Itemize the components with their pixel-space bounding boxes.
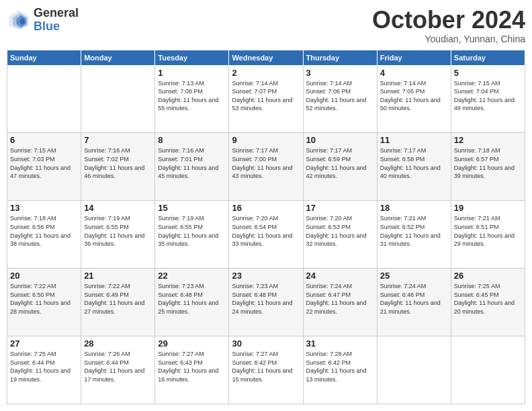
calendar-cell: 21Sunrise: 7:22 AM Sunset: 6:49 PM Dayli…: [81, 269, 155, 336]
cell-content: Sunrise: 7:15 AM Sunset: 7:04 PM Dayligh…: [454, 79, 522, 113]
calendar-cell: 24Sunrise: 7:24 AM Sunset: 6:47 PM Dayli…: [303, 269, 377, 336]
day-number: 31: [306, 338, 374, 349]
weekday-header-tuesday: Tuesday: [155, 50, 229, 65]
cell-content: Sunrise: 7:24 AM Sunset: 6:46 PM Dayligh…: [380, 282, 448, 316]
cell-content: Sunrise: 7:28 AM Sunset: 6:42 PM Dayligh…: [306, 350, 374, 383]
calendar-cell: [81, 65, 155, 133]
cell-content: Sunrise: 7:24 AM Sunset: 6:47 PM Dayligh…: [306, 282, 374, 316]
cell-content: Sunrise: 7:13 AM Sunset: 7:08 PM Dayligh…: [158, 79, 226, 113]
calendar-cell: 18Sunrise: 7:21 AM Sunset: 6:52 PM Dayli…: [377, 201, 451, 269]
weekday-header-wednesday: Wednesday: [229, 50, 303, 65]
day-number: 23: [232, 271, 300, 281]
calendar-cell: 4Sunrise: 7:14 AM Sunset: 7:05 PM Daylig…: [377, 65, 451, 133]
day-number: 16: [232, 203, 300, 213]
day-number: 27: [10, 338, 78, 349]
week-row-3: 20Sunrise: 7:22 AM Sunset: 6:50 PM Dayli…: [7, 269, 525, 336]
day-number: 25: [380, 271, 448, 281]
day-number: 21: [84, 271, 152, 281]
calendar-cell: 6Sunrise: 7:15 AM Sunset: 7:03 PM Daylig…: [7, 133, 81, 201]
month-title: October 2024: [372, 7, 525, 34]
logo-text: General Blue: [34, 7, 79, 34]
day-number: 1: [158, 68, 226, 78]
calendar-cell: 15Sunrise: 7:19 AM Sunset: 6:55 PM Dayli…: [155, 201, 229, 269]
day-number: 8: [158, 135, 226, 145]
calendar-cell: 14Sunrise: 7:19 AM Sunset: 6:55 PM Dayli…: [81, 201, 155, 269]
day-number: 17: [306, 203, 374, 213]
day-number: 5: [454, 68, 522, 78]
cell-content: Sunrise: 7:20 AM Sunset: 6:53 PM Dayligh…: [306, 214, 374, 248]
cell-content: Sunrise: 7:25 AM Sunset: 6:44 PM Dayligh…: [10, 350, 78, 383]
day-number: 14: [84, 203, 152, 213]
cell-content: Sunrise: 7:17 AM Sunset: 6:59 PM Dayligh…: [306, 146, 374, 180]
day-number: 6: [10, 135, 78, 145]
day-number: 30: [232, 338, 300, 349]
calendar-cell: 8Sunrise: 7:16 AM Sunset: 7:01 PM Daylig…: [155, 133, 229, 201]
calendar-cell: 28Sunrise: 7:26 AM Sunset: 6:44 PM Dayli…: [81, 336, 155, 404]
calendar-cell: 10Sunrise: 7:17 AM Sunset: 6:59 PM Dayli…: [303, 133, 377, 201]
weekday-header-friday: Friday: [377, 50, 451, 65]
day-number: 20: [10, 271, 78, 281]
calendar-cell: [451, 336, 525, 404]
day-number: 28: [84, 338, 152, 349]
location: Youdian, Yunnan, China: [372, 34, 525, 44]
cell-content: Sunrise: 7:19 AM Sunset: 6:55 PM Dayligh…: [158, 214, 226, 248]
day-number: 3: [306, 68, 374, 78]
calendar-cell: [377, 336, 451, 404]
day-number: 24: [306, 271, 374, 281]
day-number: 13: [10, 203, 78, 213]
cell-content: Sunrise: 7:22 AM Sunset: 6:50 PM Dayligh…: [10, 282, 78, 316]
calendar-cell: 3Sunrise: 7:14 AM Sunset: 7:06 PM Daylig…: [303, 65, 377, 133]
calendar-cell: 22Sunrise: 7:23 AM Sunset: 6:48 PM Dayli…: [155, 269, 229, 336]
logo-general-text: General: [34, 7, 79, 20]
calendar-cell: 13Sunrise: 7:18 AM Sunset: 6:56 PM Dayli…: [7, 201, 81, 269]
day-number: 2: [232, 68, 300, 78]
calendar-cell: 17Sunrise: 7:20 AM Sunset: 6:53 PM Dayli…: [303, 201, 377, 269]
day-number: 15: [158, 203, 226, 213]
cell-content: Sunrise: 7:17 AM Sunset: 6:58 PM Dayligh…: [380, 146, 448, 180]
weekday-header-thursday: Thursday: [303, 50, 377, 65]
cell-content: Sunrise: 7:23 AM Sunset: 6:48 PM Dayligh…: [158, 282, 226, 316]
calendar-cell: 9Sunrise: 7:17 AM Sunset: 7:00 PM Daylig…: [229, 133, 303, 201]
cell-content: Sunrise: 7:17 AM Sunset: 7:00 PM Dayligh…: [232, 146, 300, 180]
title-block: October 2024 Youdian, Yunnan, China: [372, 7, 525, 44]
day-number: 4: [380, 68, 448, 78]
calendar-cell: 31Sunrise: 7:28 AM Sunset: 6:42 PM Dayli…: [303, 336, 377, 404]
cell-content: Sunrise: 7:21 AM Sunset: 6:51 PM Dayligh…: [454, 214, 522, 248]
cell-content: Sunrise: 7:27 AM Sunset: 6:43 PM Dayligh…: [158, 350, 226, 383]
cell-content: Sunrise: 7:22 AM Sunset: 6:49 PM Dayligh…: [84, 282, 152, 316]
logo: General Blue: [7, 7, 79, 34]
cell-content: Sunrise: 7:16 AM Sunset: 7:02 PM Dayligh…: [84, 146, 152, 180]
calendar-cell: 27Sunrise: 7:25 AM Sunset: 6:44 PM Dayli…: [7, 336, 81, 404]
cell-content: Sunrise: 7:27 AM Sunset: 6:42 PM Dayligh…: [232, 350, 300, 383]
day-number: 18: [380, 203, 448, 213]
calendar-table: SundayMondayTuesdayWednesdayThursdayFrid…: [7, 50, 525, 404]
header: General Blue October 2024 Youdian, Yunna…: [7, 7, 525, 44]
cell-content: Sunrise: 7:25 AM Sunset: 6:45 PM Dayligh…: [454, 282, 522, 316]
calendar-cell: 11Sunrise: 7:17 AM Sunset: 6:58 PM Dayli…: [377, 133, 451, 201]
day-number: 11: [380, 135, 448, 145]
calendar-cell: 12Sunrise: 7:18 AM Sunset: 6:57 PM Dayli…: [451, 133, 525, 201]
calendar-cell: 1Sunrise: 7:13 AM Sunset: 7:08 PM Daylig…: [155, 65, 229, 133]
cell-content: Sunrise: 7:18 AM Sunset: 6:57 PM Dayligh…: [454, 146, 522, 180]
day-number: 19: [454, 203, 522, 213]
week-row-2: 13Sunrise: 7:18 AM Sunset: 6:56 PM Dayli…: [7, 201, 525, 269]
logo-blue-text: Blue: [34, 20, 79, 34]
week-row-4: 27Sunrise: 7:25 AM Sunset: 6:44 PM Dayli…: [7, 336, 525, 404]
calendar-cell: [7, 65, 81, 133]
cell-content: Sunrise: 7:23 AM Sunset: 6:48 PM Dayligh…: [232, 282, 300, 316]
day-number: 10: [306, 135, 374, 145]
cell-content: Sunrise: 7:14 AM Sunset: 7:06 PM Dayligh…: [306, 79, 374, 113]
cell-content: Sunrise: 7:19 AM Sunset: 6:55 PM Dayligh…: [84, 214, 152, 248]
cell-content: Sunrise: 7:20 AM Sunset: 6:54 PM Dayligh…: [232, 214, 300, 248]
cell-content: Sunrise: 7:14 AM Sunset: 7:05 PM Dayligh…: [380, 79, 448, 113]
calendar-cell: 23Sunrise: 7:23 AM Sunset: 6:48 PM Dayli…: [229, 269, 303, 336]
calendar-cell: 20Sunrise: 7:22 AM Sunset: 6:50 PM Dayli…: [7, 269, 81, 336]
day-number: 22: [158, 271, 226, 281]
week-row-0: 1Sunrise: 7:13 AM Sunset: 7:08 PM Daylig…: [7, 65, 525, 133]
calendar-cell: 16Sunrise: 7:20 AM Sunset: 6:54 PM Dayli…: [229, 201, 303, 269]
cell-content: Sunrise: 7:21 AM Sunset: 6:52 PM Dayligh…: [380, 214, 448, 248]
day-number: 26: [454, 271, 522, 281]
cell-content: Sunrise: 7:16 AM Sunset: 7:01 PM Dayligh…: [158, 146, 226, 180]
calendar-cell: 29Sunrise: 7:27 AM Sunset: 6:43 PM Dayli…: [155, 336, 229, 404]
day-number: 12: [454, 135, 522, 145]
